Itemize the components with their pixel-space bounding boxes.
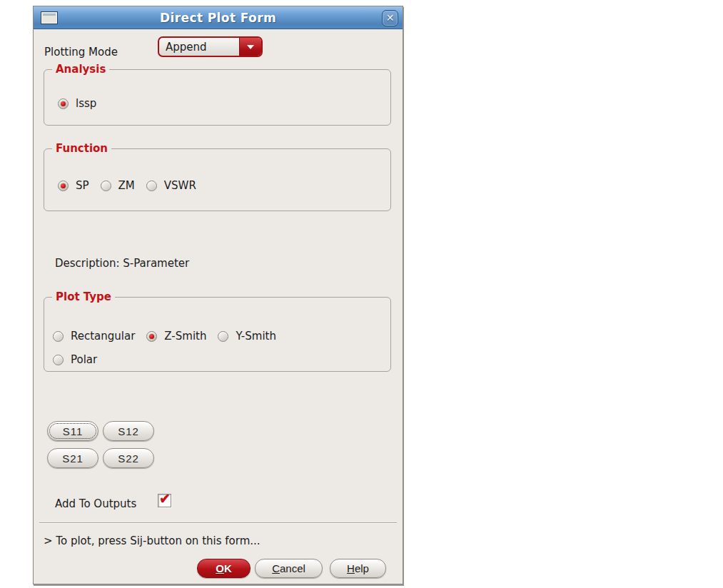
- help-button-label: Help: [347, 562, 369, 574]
- s12-button[interactable]: S12: [103, 421, 154, 441]
- footer-divider: [39, 522, 397, 524]
- function-group: Function SP ZM VSWR: [44, 148, 391, 211]
- radio-rectangular-label: Rectangular: [71, 330, 135, 343]
- radio-y-smith-label: Y-Smith: [236, 330, 275, 343]
- analysis-legend: Analysis: [52, 63, 109, 76]
- radio-z-smith[interactable]: [146, 331, 157, 342]
- s22-button[interactable]: S22: [103, 448, 154, 468]
- radio-lssp-label: lssp: [76, 97, 96, 110]
- radio-lssp[interactable]: [58, 98, 69, 109]
- cancel-button[interactable]: Cancel: [255, 559, 323, 578]
- window-menu-icon[interactable]: [41, 11, 58, 24]
- radio-vswr[interactable]: [146, 181, 157, 191]
- add-to-outputs-label: Add To Outputs: [55, 497, 136, 510]
- cancel-button-label: Cancel: [272, 562, 305, 574]
- s11-button[interactable]: S11: [47, 421, 98, 441]
- help-button[interactable]: Help: [330, 559, 386, 578]
- radio-y-smith[interactable]: [218, 331, 228, 342]
- plotting-mode-value: Append: [159, 41, 239, 54]
- ok-button[interactable]: OK: [197, 559, 251, 578]
- chevron-down-icon[interactable]: [239, 38, 261, 56]
- close-icon[interactable]: ✕: [382, 10, 398, 26]
- radio-z-smith-label: Z-Smith: [164, 330, 206, 343]
- s21-button[interactable]: S21: [47, 448, 98, 468]
- checkmark-icon: ✔: [159, 490, 171, 506]
- function-legend: Function: [52, 142, 111, 155]
- status-message: > To plot, press Sij-button on this form…: [44, 534, 261, 547]
- radio-zm[interactable]: [101, 181, 111, 191]
- plotting-mode-label: Plotting Mode: [44, 46, 118, 59]
- description-text: Description: S-Parameter: [55, 257, 189, 270]
- ok-button-label: OK: [216, 562, 232, 574]
- plot-type-legend: Plot Type: [52, 290, 115, 303]
- radio-zm-label: ZM: [118, 179, 135, 192]
- plotting-mode-dropdown[interactable]: Append: [158, 36, 263, 57]
- radio-vswr-label: VSWR: [164, 179, 196, 192]
- radio-sp[interactable]: [58, 181, 69, 191]
- radio-sp-label: SP: [76, 179, 89, 192]
- title-bar[interactable]: Direct Plot Form ✕: [34, 6, 403, 29]
- radio-polar[interactable]: [53, 355, 64, 365]
- radio-polar-label: Polar: [71, 353, 97, 366]
- add-to-outputs-checkbox[interactable]: ✔: [158, 494, 171, 507]
- direct-plot-form-dialog: Direct Plot Form ✕ Plotting Mode Append …: [33, 6, 403, 584]
- desktop-background: Direct Plot Form ✕ Plotting Mode Append …: [0, 0, 723, 588]
- radio-rectangular[interactable]: [53, 331, 64, 342]
- analysis-group: Analysis lssp: [44, 69, 391, 126]
- plot-type-group: Plot Type Rectangular Z-Smith Y-Smith: [44, 297, 391, 372]
- window-title: Direct Plot Form: [160, 11, 276, 25]
